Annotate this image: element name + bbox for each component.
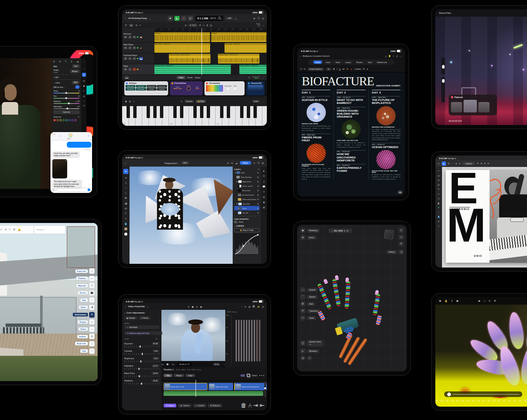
share-icon[interactable]: ↥	[396, 55, 398, 58]
playhead[interactable]	[202, 28, 202, 75]
plugin-channel-eq[interactable]: Channel EQ	[246, 81, 265, 95]
connect-icon[interactable]: ∞	[240, 372, 245, 379]
track-lane-drummer[interactable]: Drummer Drummer	[154, 32, 267, 43]
crop-icon[interactable]: ⊡	[83, 79, 85, 82]
color-dot-green[interactable]	[62, 119, 65, 121]
isometric-icon[interactable]: ◎	[300, 355, 305, 361]
more-icon[interactable]: ⋯	[83, 60, 85, 63]
color-mix-row[interactable]: Color mix	[53, 116, 61, 118]
eyedropper-tool[interactable]: 💧	[124, 222, 127, 225]
more-icon[interactable]: ⋯	[262, 76, 264, 79]
audio-track[interactable]	[164, 391, 263, 396]
plugin-alchemy[interactable]: Alchemy Bright Synth Epic Synth Metallic…	[124, 81, 168, 95]
tool-display[interactable]: Display∞	[78, 319, 95, 325]
comments-icon[interactable]: 💬	[262, 185, 265, 188]
add-mask-button[interactable]: ＋ Add Mask	[124, 325, 159, 329]
brush-opacity-slider[interactable]	[441, 77, 445, 103]
region-keyboard-2[interactable]: Keyboard Player - Block Chords	[218, 54, 259, 63]
collapse-icon[interactable]: ⊖	[347, 230, 348, 232]
tool-model-info[interactable]: Model Infoⓘ	[75, 341, 95, 347]
home-icon[interactable]: ⌂	[125, 162, 127, 164]
document-title[interactable]: Biofacture Innovation Summit	[303, 55, 330, 57]
preset[interactable]: Metallic Swell	[147, 85, 157, 88]
crop-tool[interactable]: ⊡	[125, 207, 127, 210]
light-section[interactable]: › Light	[53, 76, 59, 78]
flipbook-frame[interactable]	[451, 102, 462, 112]
share-icon[interactable]: ↥	[71, 60, 72, 63]
history-icon[interactable]: ⏱	[65, 60, 67, 63]
tab-layout[interactable]: Layout	[343, 60, 353, 64]
preset-dropdown[interactable]: ‹ Default ›	[462, 162, 475, 165]
shape-tool[interactable]: ▢	[438, 197, 440, 200]
heal-icon[interactable]: ✚	[83, 85, 85, 87]
timeline-ruler[interactable]	[161, 380, 267, 383]
color-dot-orange[interactable]	[56, 119, 59, 121]
layers-icon[interactable]: ≣	[300, 235, 305, 240]
color-dot-yellow[interactable]	[59, 119, 62, 121]
duplicate-icon[interactable]: ⧇	[488, 162, 489, 165]
editor-button[interactable]: ✎ Editor	[354, 68, 361, 70]
brush-tool[interactable]: 🖌	[438, 184, 440, 186]
message-input[interactable]: ↑	[56, 188, 91, 192]
power-icon[interactable]	[206, 82, 208, 84]
plugin-chromaglow[interactable]: ChromaGlow ModelModern Tube Drive StyleC…	[170, 81, 203, 95]
more-icon[interactable]: ⋯	[259, 372, 265, 379]
clip-skyline-background[interactable]: Skyline_Blue_Background	[234, 383, 267, 390]
tool-outliner[interactable]: Outliner☰	[77, 334, 95, 339]
tab-range[interactable]: Range	[174, 374, 184, 377]
back-icon[interactable]: ‹	[125, 305, 126, 308]
tab-draw[interactable]: Draw	[334, 60, 342, 64]
add-attachment-button[interactable]: +	[52, 188, 55, 191]
zoom-level[interactable]: 26%	[181, 161, 189, 164]
curves-section[interactable]: ⌄ CURVES	[234, 225, 259, 227]
numbering-icon[interactable]: ≡	[367, 68, 368, 70]
disable-button[interactable]: ◉ Disable	[124, 316, 137, 320]
mic-icon[interactable]: ⊙	[196, 305, 198, 308]
layer-row[interactable]: Yellow desaturation◉	[234, 197, 259, 201]
brush-size-slider[interactable]	[441, 58, 445, 75]
power-icon[interactable]	[126, 82, 128, 84]
count-in-button[interactable]: +04	[226, 17, 232, 20]
bounce-icon[interactable]: ⊕	[206, 24, 208, 26]
tab-output[interactable]: Output	[195, 76, 200, 79]
glue-icon[interactable]: ◫	[210, 24, 212, 26]
mirror-icon[interactable]: ⟁	[480, 162, 482, 165]
export-icon[interactable]: ↥	[451, 299, 453, 302]
tool-environment[interactable]: Environment☀	[73, 312, 95, 318]
orientation-cube[interactable]	[384, 229, 394, 239]
split-icon[interactable]: ✂	[203, 24, 205, 26]
settings-icon[interactable]: ⚙	[13, 228, 15, 231]
undo-icon[interactable]: ↺	[4, 228, 7, 231]
layers-icon[interactable]: ⧉	[263, 175, 265, 177]
preset[interactable]: Bright Arp	[157, 88, 167, 91]
record-enable-button[interactable]: R	[132, 68, 136, 71]
loop-icon[interactable]: ⊙	[488, 299, 490, 302]
search-icon[interactable]: ⌕	[300, 287, 305, 292]
preset[interactable]: Synth Pluck	[125, 88, 135, 91]
animate-button[interactable]: ◇ Animate	[193, 404, 206, 407]
lcd-display[interactable]: 5 1 1 086 127,0 4/4C maj	[195, 16, 224, 21]
mixer-icon[interactable]: ▥	[129, 100, 131, 102]
more-icon[interactable]: ⋯	[223, 363, 225, 365]
tab-sends[interactable]: Sends	[187, 76, 193, 79]
scale-button[interactable]: Scale	[252, 100, 260, 103]
back-icon[interactable]: ⇤	[438, 163, 440, 165]
items-menu[interactable]: ≣Items	[300, 235, 316, 240]
prev-frame-icon[interactable]: |◁	[161, 363, 164, 365]
measure-button[interactable]: ⊾Measure	[300, 348, 323, 354]
send-icon[interactable]: ↑	[88, 188, 90, 191]
editors-icon[interactable]: ⊡	[135, 24, 137, 26]
tracks-view-icon[interactable]: ☰	[125, 24, 127, 26]
cursor-icon[interactable]: ➤	[455, 163, 457, 165]
track-lane-keyboard[interactable]: Keyboard Player - Broken Chords Keyboard…	[154, 53, 267, 65]
search-icon[interactable]: ⌕	[393, 55, 394, 58]
visibility-icon[interactable]: ◉	[263, 201, 265, 203]
insert-right-icon[interactable]: ⇤	[260, 402, 265, 409]
region-pads-2[interactable]: Keyboard Player - Simple Pad	[239, 65, 266, 74]
clip-skyline-close[interactable]: Skyline_Blue_Close	[164, 383, 207, 390]
slider-exposure[interactable]: Exposure45.59	[124, 342, 159, 348]
overwrite-icon[interactable]: ⧉	[246, 372, 251, 379]
materials-icon[interactable]: ◳	[89, 283, 95, 288]
browser-icon[interactable]: ⊞	[248, 305, 250, 308]
record-enable-button[interactable]: R	[132, 36, 136, 39]
